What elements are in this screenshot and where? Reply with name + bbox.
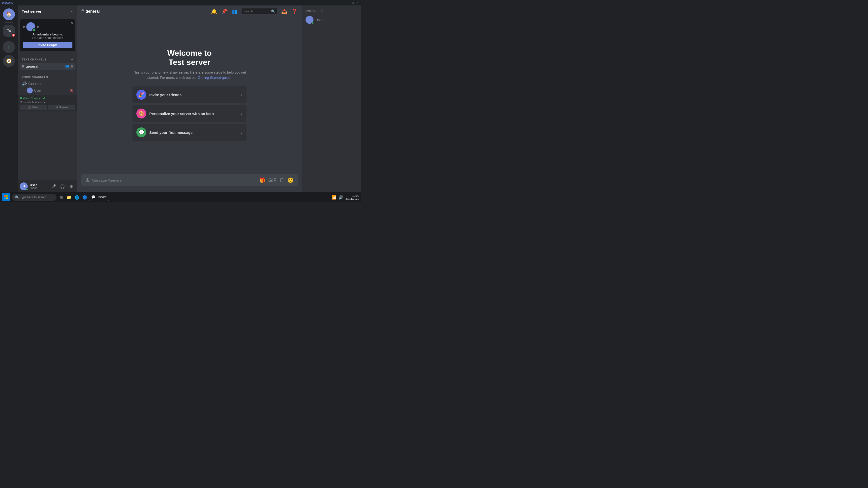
home-server-icon[interactable]: 🏠 (3, 8, 15, 20)
discord-taskbar-item[interactable]: 💬 Discord (89, 193, 108, 201)
invite-people-button[interactable]: Invite People (23, 42, 72, 48)
start-button[interactable] (2, 193, 10, 201)
add-voice-channel-button[interactable]: + (71, 75, 73, 79)
title-bar-controls[interactable]: — □ ✕ (347, 1, 359, 4)
server-header[interactable]: Test server ▼ (18, 5, 78, 18)
gift-icon[interactable]: 🎁 (259, 177, 266, 183)
edge-icon: 🌐 (74, 195, 80, 200)
maximize-button[interactable]: □ (351, 1, 354, 4)
voice-member-item[interactable]: User 🔇 (20, 87, 75, 94)
invite-friends-card[interactable]: 🎉 Invite your friends › (132, 86, 247, 103)
popup-dot-right (37, 26, 39, 28)
personalize-icon-card[interactable]: 🎨 Personalize your server with an icon › (132, 105, 247, 122)
chevron-right-icon: › (241, 92, 243, 97)
task-view-button[interactable]: ⊞ (58, 194, 64, 201)
add-text-channel-button[interactable]: + (71, 57, 73, 62)
title-bar-left: DISCORD (2, 1, 13, 4)
close-button[interactable]: ✕ (355, 1, 359, 4)
message-input[interactable] (92, 175, 257, 185)
taskbar-right: 📶 🔊 19:00 30/11/2020 (332, 194, 359, 200)
search-bar[interactable]: 🔍 (242, 8, 277, 14)
channel-sidebar: Test server ▼ ✕ An adventure begins. Let… (18, 5, 78, 192)
welcome-container: Welcome to Test server This is your bran… (127, 44, 251, 148)
notification-badge: 1 (11, 33, 16, 37)
add-server-button[interactable]: + (3, 41, 15, 53)
gif-icon[interactable]: GIF (268, 177, 277, 183)
settings-icon[interactable]: ⚙ (70, 64, 73, 68)
volume-icon: 🔊 (339, 195, 343, 200)
video-icon: 🎥 (28, 105, 31, 109)
channel-actions: 👥 ⚙ (65, 64, 73, 68)
help-icon[interactable]: ❓ (291, 8, 298, 14)
message-input-actions: 🎁 GIF 🗒 😊 (259, 177, 293, 183)
pin-icon[interactable]: 📌 (221, 8, 227, 14)
discord-taskbar-icon: 💬 (91, 195, 95, 199)
app-body: 🏠 Ts 1 + 🧭 Test server ▼ ✕ (0, 5, 361, 192)
test-server-icon[interactable]: Ts 1 (3, 25, 15, 37)
svg-rect-1 (6, 195, 8, 197)
video-label: Video (32, 106, 39, 109)
user-tag: #0000 (30, 187, 48, 190)
send-message-card[interactable]: 💬 Send your first message › (132, 124, 247, 141)
member-item[interactable]: User (304, 14, 359, 25)
voice-member-avatar (27, 88, 33, 93)
taskbar-search-icon: 🔍 (15, 195, 19, 199)
deafen-button[interactable]: 🎧 (59, 183, 66, 190)
explore-servers-button[interactable]: 🧭 (3, 55, 15, 67)
user-status-dot (26, 188, 28, 191)
inbox-icon[interactable]: 📥 (281, 8, 287, 14)
personalize-icon-text: Personalize your server with an icon (149, 111, 238, 116)
send-message-icon: 💬 (136, 127, 146, 137)
invite-friends-title: Invite your friends (149, 93, 238, 97)
popup-avatar-badge (32, 28, 36, 32)
folder-icon: 📁 (66, 195, 71, 200)
chrome-button[interactable]: 🔵 (81, 194, 88, 201)
search-input[interactable] (244, 10, 270, 13)
popup-avatar (26, 22, 35, 31)
mute-icon: 🎤 (51, 184, 56, 189)
voice-connected-bar: Voice Connected General / Test server 🎥 … (18, 95, 78, 111)
notification-popup: ✕ An adventure begins. Let's add some fr… (20, 19, 75, 51)
taskbar-clock: 19:00 30/11/2020 (345, 194, 359, 200)
edge-button[interactable]: 🌐 (73, 194, 80, 201)
channel-name-general: general (26, 64, 63, 68)
chevron-right-icon-3: › (241, 130, 243, 135)
chevron-right-icon-2: › (241, 111, 243, 116)
server-name: Test server (22, 9, 41, 13)
emoji-icon[interactable]: 😊 (287, 177, 293, 183)
user-panel: U User #0000 🎤 🎧 ⚙ (18, 181, 78, 192)
add-user-icon[interactable]: 👥 (65, 64, 69, 68)
popup-close-button[interactable]: ✕ (70, 21, 73, 25)
video-button[interactable]: 🎥 Video (20, 105, 47, 110)
minimize-button[interactable]: — (347, 1, 350, 4)
svg-rect-3 (6, 198, 8, 199)
title-bar: DISCORD — □ ✕ (0, 0, 361, 5)
file-explorer-button[interactable]: 📁 (65, 194, 72, 201)
member-avatar (306, 16, 313, 24)
taskbar: 🔍 Type here to search ⊞ 📁 🌐 🔵 💬 Discord … (0, 192, 361, 202)
text-channels-header: TEXT CHANNELS + (20, 57, 75, 62)
sticker-icon[interactable]: 🗒 (279, 177, 284, 183)
screen-button[interactable]: 🖥 Screen (48, 105, 75, 110)
channel-hash-icon: # (81, 8, 84, 14)
mute-button[interactable]: 🎤 (50, 183, 58, 190)
taskbar-search-bar[interactable]: 🔍 Type here to search (12, 194, 57, 201)
voice-channel-general[interactable]: 🔊 General (20, 80, 75, 87)
attach-button[interactable]: ⊕ (85, 174, 90, 186)
popup-icons (23, 22, 72, 31)
screen-icon: 🖥 (56, 106, 59, 109)
notification-bell-icon[interactable]: 🔔 (211, 8, 217, 14)
channel-item-general[interactable]: # general 👥 ⚙ (20, 63, 75, 70)
chrome-icon: 🔵 (82, 195, 87, 200)
server-separator-2 (5, 39, 13, 39)
screen-label: Screen (59, 106, 68, 109)
headphones-icon: 🎧 (60, 184, 65, 189)
app-logo: DISCORD (2, 1, 13, 4)
getting-started-link[interactable]: Getting Started guide. (198, 75, 231, 79)
top-bar: # general 🔔 📌 👥 🔍 📥 ❓ (78, 5, 302, 18)
message-input-wrap: ⊕ 🎁 GIF 🗒 😊 (81, 174, 298, 186)
taskbar-time-display: 19:00 (345, 194, 359, 197)
user-settings-button[interactable]: ⚙ (67, 183, 75, 190)
members-icon[interactable]: 👥 (231, 8, 238, 14)
message-bar: ⊕ 🎁 GIF 🗒 😊 (78, 174, 302, 192)
